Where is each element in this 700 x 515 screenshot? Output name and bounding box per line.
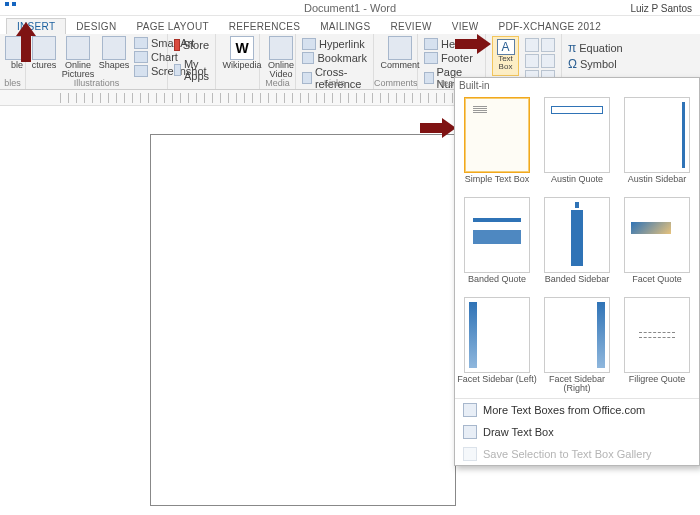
myapps-icon — [174, 64, 181, 76]
group-links: Hyperlink Bookmark Cross-reference Links — [296, 34, 374, 89]
tab-pdfxchange[interactable]: PDF-XChange 2012 — [488, 19, 611, 34]
myapps-button[interactable]: My Apps — [174, 52, 209, 83]
wikipedia-icon: W — [230, 36, 254, 60]
tab-review[interactable]: REVIEW — [380, 19, 441, 34]
smartart-icon — [134, 37, 148, 49]
textbox-icon: A — [497, 39, 515, 55]
omega-icon: Ω — [568, 57, 577, 71]
annotation-arrow-textbox — [455, 34, 491, 54]
hyperlink-icon — [302, 38, 316, 50]
annotation-arrow-insert-tab — [16, 22, 36, 62]
thumb-banded-sidebar[interactable] — [544, 197, 610, 273]
wikipedia-label: Wikipedia — [222, 61, 261, 70]
thumb-austin-sidebar[interactable] — [624, 97, 690, 173]
group-label-tables: bles — [0, 78, 25, 88]
thumb-simple-text-box[interactable] — [464, 97, 530, 173]
thumb-facet-quote[interactable] — [624, 197, 690, 273]
shapes-icon — [102, 36, 126, 60]
thumb-label: Banded Quote — [468, 275, 526, 293]
thumb-label: Austin Quote — [551, 175, 603, 193]
textbox-button[interactable]: A Text Box — [492, 36, 519, 76]
tab-mailings[interactable]: MAILINGS — [310, 19, 380, 34]
pi-icon: π — [568, 41, 576, 55]
draw-textbox-button[interactable]: Draw Text Box — [455, 421, 699, 443]
bookmark-icon — [302, 52, 314, 64]
qat — [5, 2, 16, 6]
title-bar: Document1 - Word Luiz P Santos — [0, 0, 700, 16]
hyperlink-button[interactable]: Hyperlink — [302, 37, 367, 51]
thumb-label: Simple Text Box — [465, 175, 529, 193]
online-pictures-label: Online Pictures — [62, 61, 95, 79]
store-button[interactable]: Store — [174, 38, 209, 52]
group-illustrations: ctures Online Pictures Shapes SmartArt C… — [26, 34, 168, 89]
thumb-austin-quote[interactable] — [544, 97, 610, 173]
symbol-button[interactable]: ΩSymbol — [568, 56, 616, 72]
shapes-button[interactable]: Shapes — [100, 36, 128, 70]
group-media: Online Video Media — [260, 34, 296, 89]
tab-page-layout[interactable]: PAGE LAYOUT — [126, 19, 218, 34]
screenshot-icon — [134, 65, 148, 77]
document-title: Document1 - Word — [304, 2, 396, 14]
footer-icon — [424, 52, 438, 64]
group-wikipedia: W Wikipedia — [216, 34, 260, 89]
tab-design[interactable]: DESIGN — [66, 19, 126, 34]
gallery-header: Built-in — [455, 78, 699, 93]
comment-button[interactable]: Comment — [380, 36, 420, 70]
thumb-label: Facet Quote — [632, 275, 682, 293]
gallery-footer: More Text Boxes from Office.com Draw Tex… — [455, 398, 699, 465]
quickparts-icon[interactable] — [525, 38, 539, 52]
group-label-comments: Comments — [374, 78, 417, 88]
more-textboxes-button[interactable]: More Text Boxes from Office.com — [455, 399, 699, 421]
tab-view[interactable]: VIEW — [442, 19, 489, 34]
video-icon — [269, 36, 293, 60]
thumb-filigree-quote[interactable] — [624, 297, 690, 373]
wordart-icon[interactable] — [541, 38, 555, 52]
user-name[interactable]: Luiz P Santos — [630, 1, 692, 17]
tab-references[interactable]: REFERENCES — [219, 19, 310, 34]
shapes-label: Shapes — [99, 61, 130, 70]
thumb-label: Facet Sidebar (Right) — [537, 375, 617, 394]
thumb-label: Banded Sidebar — [545, 275, 610, 293]
save-selection-button: Save Selection to Text Box Gallery — [455, 443, 699, 465]
group-label-illustrations: Illustrations — [26, 78, 167, 88]
pictures-label: ctures — [32, 61, 57, 70]
ribbon-tabs: INSERT DESIGN PAGE LAYOUT REFERENCES MAI… — [0, 16, 700, 34]
online-video-button[interactable]: Online Video — [266, 36, 296, 79]
gallery-thumbs: Simple Text Box Austin Quote Austin Side… — [455, 93, 699, 398]
group-label-links: Links — [296, 78, 373, 88]
thumb-facet-sidebar-right[interactable] — [544, 297, 610, 373]
header-icon — [424, 38, 438, 50]
thumb-label: Filigree Quote — [629, 375, 686, 393]
save-selection-icon — [463, 447, 477, 461]
group-comments: Comment Comments — [374, 34, 418, 89]
sigline-icon[interactable] — [541, 54, 555, 68]
thumb-label: Austin Sidebar — [628, 175, 687, 193]
online-pictures-icon — [66, 36, 90, 60]
online-pictures-button[interactable]: Online Pictures — [62, 36, 94, 79]
table-label: ble — [11, 61, 23, 70]
bookmark-button[interactable]: Bookmark — [302, 51, 367, 65]
thumb-facet-sidebar-left[interactable] — [464, 297, 530, 373]
chart-icon — [134, 51, 148, 63]
dropcap-icon[interactable] — [525, 54, 539, 68]
textbox-gallery: Built-in Simple Text Box Austin Quote Au… — [454, 77, 700, 466]
document-page[interactable] — [150, 134, 456, 506]
comment-icon — [388, 36, 412, 60]
store-icon — [174, 39, 180, 51]
thumb-banded-quote[interactable] — [464, 197, 530, 273]
group-label-media: Media — [260, 78, 295, 88]
equation-button[interactable]: πEquation — [568, 40, 616, 56]
annotation-arrow-simple-textbox — [420, 118, 456, 138]
office-icon — [463, 403, 477, 417]
wikipedia-button[interactable]: W Wikipedia — [222, 36, 262, 70]
draw-textbox-icon — [463, 425, 477, 439]
thumb-label: Facet Sidebar (Left) — [457, 375, 537, 393]
group-apps: Store My Apps — [168, 34, 216, 89]
